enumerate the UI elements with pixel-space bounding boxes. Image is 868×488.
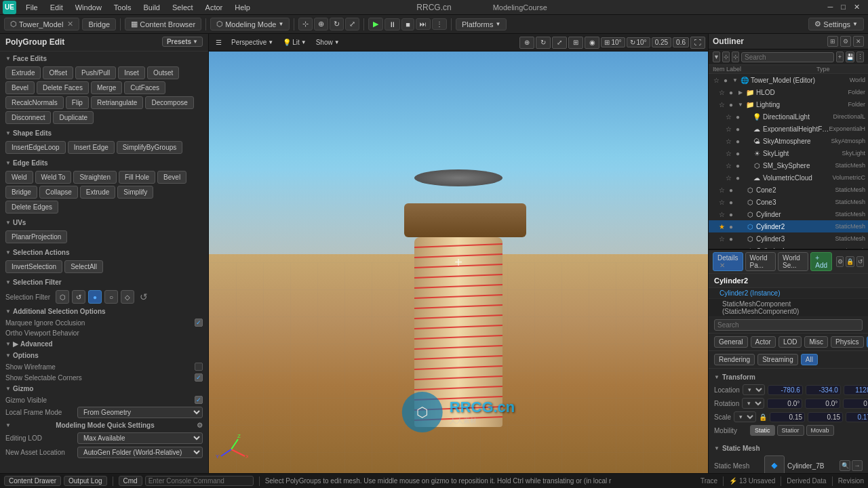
- eye-icon-13[interactable]: ●: [726, 223, 736, 230]
- movable-mobility-btn[interactable]: Movab: [806, 425, 834, 436]
- details-refresh-icon[interactable]: ↺: [856, 256, 864, 267]
- viewport-menu-btn[interactable]: ☰: [212, 37, 226, 47]
- tree-item-heightfog[interactable]: ☆ ● ☁ ExponentialHeightFog ExponentialH: [709, 123, 868, 135]
- star-icon-11[interactable]: ☆: [717, 199, 726, 206]
- menu-select[interactable]: Select: [167, 2, 199, 13]
- tree-item-skylight[interactable]: ☆ ● ☀ SkyLight SkyLight: [709, 147, 868, 159]
- filter-vertex-icon[interactable]: ↺: [72, 290, 85, 304]
- uvs-section[interactable]: UVs: [0, 217, 208, 228]
- rotation-x-input[interactable]: [767, 399, 802, 409]
- details-component-label[interactable]: StaticMeshComponent (StaticMeshComponent…: [709, 299, 868, 317]
- eye-icon-9[interactable]: ●: [733, 174, 743, 182]
- menu-help[interactable]: Help: [229, 2, 256, 13]
- details-settings-icon[interactable]: ⚙: [836, 256, 844, 267]
- menu-tools[interactable]: Tools: [108, 2, 137, 13]
- retriangulate-btn[interactable]: Retriangulate: [91, 96, 143, 109]
- tree-item-cylinder2[interactable]: ★ ● ⬡ Cylinder2 StaticMesh: [709, 220, 868, 232]
- world-se-tab[interactable]: World Se...: [778, 252, 808, 271]
- delete-faces-btn[interactable]: Delete Faces: [37, 81, 89, 94]
- filter-poly-icon[interactable]: ◇: [121, 290, 134, 304]
- eye-icon-2[interactable]: ●: [726, 89, 736, 96]
- gizmo-section[interactable]: Gizmo: [0, 383, 208, 394]
- add-tab[interactable]: + Add: [810, 252, 832, 271]
- extrude-edge-btn[interactable]: Extrude: [80, 186, 115, 199]
- weld-btn[interactable]: Weld: [5, 171, 33, 184]
- eye-icon-1[interactable]: ●: [721, 77, 730, 84]
- close-button[interactable]: ✕: [851, 3, 863, 12]
- star-icon-7[interactable]: ☆: [724, 150, 733, 157]
- star-icon-14[interactable]: ☆: [717, 235, 726, 243]
- transform-title[interactable]: Transform: [709, 371, 868, 383]
- streaming-tab[interactable]: Streaming: [757, 354, 798, 365]
- viewport[interactable]: ☰ Perspective ▼ 💡 Lit ▼ Show ▼ ⊕ ↻ ⤢ ⊞ ◉: [209, 34, 708, 473]
- misc-tab[interactable]: Misc: [804, 336, 828, 348]
- scale-dropdown[interactable]: ▾: [734, 411, 756, 422]
- star-icon-12[interactable]: ☆: [717, 211, 726, 218]
- local-frame-dropdown[interactable]: From Geometry: [77, 407, 203, 418]
- outset-btn[interactable]: Outset: [147, 66, 179, 79]
- outliner-settings-icon[interactable]: ⚙: [840, 36, 851, 47]
- rotation-z-input[interactable]: [843, 399, 868, 409]
- simplify-groups-btn[interactable]: SimplifyByGroups: [117, 141, 182, 154]
- menu-actor[interactable]: Actor: [200, 2, 229, 13]
- star-icon-1[interactable]: ☆: [711, 77, 721, 84]
- presets-button[interactable]: Presets ▼: [162, 37, 203, 47]
- options-section[interactable]: Options: [0, 350, 208, 361]
- vp-maximize[interactable]: ⛶: [690, 37, 705, 49]
- step-btn[interactable]: ⏭: [416, 18, 431, 30]
- star-icon-2[interactable]: ☆: [717, 89, 726, 96]
- rotation-y-input[interactable]: [805, 399, 840, 409]
- expand-icon-1[interactable]: ▼: [730, 77, 740, 83]
- star-icon-6[interactable]: ☆: [724, 138, 733, 145]
- tree-item-cylinder3[interactable]: ☆ ● ⬡ Cylinder3 StaticMesh: [709, 232, 868, 245]
- face-edits-section[interactable]: Face Edits: [0, 53, 208, 64]
- trace-label[interactable]: Trace: [701, 477, 717, 485]
- details-lock-icon[interactable]: 🔒: [846, 256, 854, 267]
- bridge-btn[interactable]: Bridge: [5, 186, 37, 199]
- viewport-show-btn[interactable]: Show ▼: [312, 37, 344, 47]
- details-search-input[interactable]: [714, 319, 863, 331]
- scale-tool[interactable]: ⤢: [345, 18, 359, 30]
- outliner-search-input[interactable]: [741, 52, 834, 62]
- expand-icon-2[interactable]: ▶: [736, 89, 745, 96]
- world-pa-tab[interactable]: World Pa...: [745, 252, 776, 271]
- cutfaces-btn[interactable]: CutFaces: [124, 81, 165, 94]
- tab-close[interactable]: ✕: [67, 20, 73, 28]
- details-instance-label[interactable]: Cylinder2 (Instance): [709, 288, 868, 299]
- vp-ctrl-1[interactable]: ⊕: [519, 37, 534, 49]
- star-icon-13[interactable]: ★: [717, 223, 726, 230]
- quick-settings-gear[interactable]: ⚙: [197, 422, 203, 429]
- disconnect-btn[interactable]: Disconnect: [5, 111, 51, 124]
- duplicate-btn[interactable]: Duplicate: [53, 111, 94, 124]
- rotate-tool[interactable]: ↻: [330, 18, 344, 30]
- outliner-filter-icon[interactable]: ⊞: [827, 36, 838, 47]
- tree-item-dirlight[interactable]: ☆ ● 💡 DirectionalLight DirectionalL: [709, 110, 868, 123]
- eye-icon-11[interactable]: ●: [726, 199, 736, 206]
- derived-data-label[interactable]: Derived Data: [787, 477, 826, 485]
- eye-icon-3[interactable]: ●: [726, 101, 736, 108]
- revision-label[interactable]: Revision: [838, 477, 864, 485]
- eye-icon-4[interactable]: ●: [733, 113, 743, 121]
- mode-bridge[interactable]: Bridge: [82, 18, 116, 30]
- insert-edge-loop-btn[interactable]: InsertEdgeLoop: [5, 141, 66, 154]
- outliner-add-icon[interactable]: +: [836, 52, 844, 62]
- offset-btn[interactable]: Offset: [43, 66, 73, 79]
- vp-grid-size[interactable]: ⊞ 10°: [601, 37, 625, 47]
- filter-face-icon[interactable]: ○: [104, 290, 118, 304]
- tree-item-volcloud[interactable]: ☆ ● ☁ VolumetricCloud VolumetricC: [709, 171, 868, 184]
- general-tab[interactable]: General: [714, 336, 748, 348]
- additional-options-section[interactable]: Additional Selection Options: [0, 306, 208, 317]
- unsaved-label[interactable]: ⚡ 13 Unsaved: [729, 477, 775, 485]
- tree-item-skyatmos[interactable]: ☆ ● 🌤 SkyAtmosphere SkyAtmosph: [709, 135, 868, 147]
- quick-settings-header[interactable]: Modeling Mode Quick Settings ⚙: [0, 420, 208, 431]
- star-icon-9[interactable]: ☆: [724, 174, 733, 182]
- pushpull-btn[interactable]: Push/Pull: [75, 66, 116, 79]
- tree-item-cone2[interactable]: ☆ ● ⬡ Cone2 StaticMesh: [709, 184, 868, 196]
- lod-tab[interactable]: LOD: [778, 336, 802, 348]
- static-mobility-btn[interactable]: Static: [750, 425, 775, 436]
- tree-item-cone3[interactable]: ☆ ● ⬡ Cone3 StaticMesh: [709, 196, 868, 208]
- vp-ctrl-2[interactable]: ↻: [536, 37, 551, 49]
- maximize-button[interactable]: □: [838, 3, 848, 12]
- vp-ctrl-3[interactable]: ⤢: [552, 37, 567, 49]
- viewport-perspective-btn[interactable]: Perspective ▼: [227, 37, 277, 47]
